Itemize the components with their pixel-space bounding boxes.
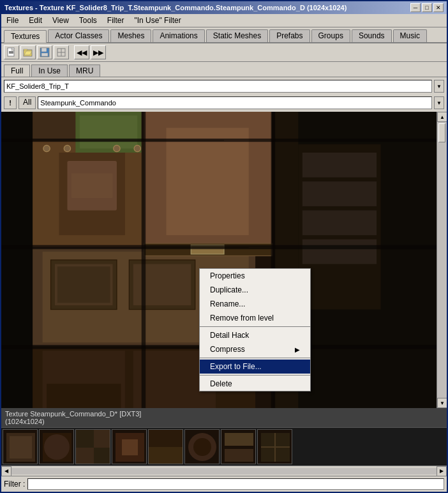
tab-textures[interactable]: Textures	[4, 30, 47, 43]
ctx-properties[interactable]: Properties	[200, 269, 310, 283]
toolbar-next-btn[interactable]: ▶▶	[91, 45, 106, 59]
package-filter-dropdown[interactable]: ▼	[434, 80, 444, 93]
ctx-compress-label: Compress	[210, 345, 245, 354]
svg-rect-75	[122, 439, 138, 455]
ctx-separator-1	[200, 326, 310, 327]
minimize-button[interactable]: ─	[410, 3, 421, 12]
filter-input[interactable]	[27, 478, 444, 490]
svg-point-58	[43, 145, 50, 151]
thumbnail-1[interactable]	[3, 429, 38, 464]
main-window: Textures - Texture KF_Solider8_Trip_T.St…	[0, 0, 448, 493]
svg-rect-44	[302, 153, 377, 178]
thumbnail-3[interactable]	[75, 429, 110, 464]
filter-bar: Filter :	[1, 476, 447, 492]
texture-info: Texture Steampunk_Commando_D* [DXT3] (10…	[1, 408, 447, 427]
content-area: ▲ ▼ Properties Duplicate... Rename...	[1, 112, 447, 492]
svg-rect-45	[302, 181, 377, 206]
toolbar-btn4[interactable]	[54, 45, 69, 59]
svg-rect-64	[10, 436, 32, 459]
scrollbar-h-track[interactable]	[11, 468, 437, 474]
ctx-remove[interactable]: Remove from level	[200, 311, 310, 325]
menu-inuse-filter[interactable]: "In Use" Filter	[132, 15, 184, 26]
toolbar-new-btn[interactable]	[4, 45, 19, 59]
ctx-duplicate[interactable]: Duplicate...	[200, 283, 310, 297]
ctx-separator-3	[200, 375, 310, 375]
restore-button[interactable]: □	[422, 3, 432, 12]
menu-file[interactable]: File	[4, 15, 21, 26]
thumbnail-4[interactable]	[112, 429, 147, 464]
scroll-left-btn[interactable]: ◀	[1, 466, 11, 476]
filter-label: Filter :	[4, 480, 25, 489]
tab-actor-classes[interactable]: Actor Classes	[48, 29, 109, 42]
svg-point-60	[114, 145, 120, 151]
ctx-properties-label: Properties	[210, 271, 245, 280]
menu-tools[interactable]: Tools	[77, 15, 100, 26]
toolbar-prev-btn[interactable]: ◀◀	[74, 45, 89, 59]
group-filter-dropdown[interactable]: ▼	[434, 96, 444, 109]
thumbnail-2[interactable]	[39, 429, 74, 464]
horizontal-scrollbar[interactable]: ◀ ▶	[1, 466, 447, 476]
main-tabs: Textures Actor Classes Meshes Animations…	[1, 27, 447, 43]
scroll-down-btn[interactable]: ▼	[437, 398, 447, 408]
vertical-scrollbar[interactable]: ▲ ▼	[437, 112, 447, 408]
svg-rect-71	[76, 448, 94, 464]
subtab-full[interactable]: Full	[4, 64, 30, 77]
svg-point-67	[44, 434, 70, 460]
svg-rect-30	[47, 384, 121, 408]
context-menu: Properties Duplicate... Rename... Remove…	[199, 268, 311, 391]
tab-animations[interactable]: Animations	[153, 29, 204, 42]
package-filter-input[interactable]	[4, 80, 432, 93]
toolbar: ◀◀ ▶▶	[1, 43, 447, 62]
all-button[interactable]: All	[19, 96, 36, 109]
title-bar-buttons: ─ □ ✕	[410, 3, 444, 12]
texture-info-line2: (1024x1024)	[5, 418, 443, 425]
ctx-rename[interactable]: Rename...	[200, 297, 310, 311]
tab-meshes[interactable]: Meshes	[110, 29, 151, 42]
ctx-export-label: Export to File...	[210, 362, 262, 371]
menu-view[interactable]: View	[50, 15, 71, 26]
thumbnail-7[interactable]	[221, 429, 256, 464]
toolbar-open-btn[interactable]	[20, 45, 36, 59]
filter-row-1: ▼	[1, 79, 447, 94]
svg-rect-49	[80, 116, 137, 149]
svg-rect-19	[71, 173, 113, 198]
svg-point-61	[134, 145, 140, 151]
ctx-export[interactable]: Export to File...	[200, 360, 310, 374]
subtab-inuse[interactable]: In Use	[31, 64, 68, 77]
svg-point-59	[64, 145, 70, 151]
ctx-compress[interactable]: Compress ▶	[200, 342, 310, 356]
svg-rect-70	[94, 430, 110, 448]
scroll-up-btn[interactable]: ▲	[437, 112, 447, 122]
ctx-delete[interactable]: Delete	[200, 377, 310, 391]
svg-point-81	[193, 438, 211, 456]
close-button[interactable]: ✕	[433, 3, 444, 12]
menu-filter[interactable]: Filter	[105, 15, 127, 26]
subtab-mru[interactable]: MRU	[69, 64, 100, 77]
exclaim-button[interactable]: !	[4, 96, 17, 109]
ctx-detail-hack[interactable]: Detail Hack	[200, 328, 310, 342]
tab-prefabs[interactable]: Prefabs	[269, 29, 310, 42]
texture-viewport[interactable]: ▲ ▼ Properties Duplicate... Rename...	[1, 112, 447, 408]
toolbar-save-btn[interactable]	[37, 45, 52, 59]
ctx-separator-2	[200, 358, 310, 358]
scroll-right-btn[interactable]: ▶	[437, 466, 447, 476]
thumbnail-8[interactable]	[257, 429, 292, 464]
group-filter-input[interactable]	[38, 96, 432, 109]
scrollbar-track[interactable]	[437, 122, 447, 398]
ctx-compress-arrow: ▶	[295, 346, 300, 353]
title-bar: Textures - Texture KF_Solider8_Trip_T.St…	[1, 1, 447, 14]
thumbnail-6[interactable]	[184, 429, 220, 464]
svg-rect-47	[302, 239, 377, 264]
tab-music[interactable]: Music	[393, 29, 427, 42]
scrollbar-thumb[interactable]	[438, 123, 445, 142]
tab-static-meshes[interactable]: Static Meshes	[206, 29, 268, 42]
window-title: Textures - Texture KF_Solider8_Trip_T.St…	[4, 4, 347, 11]
tab-groups[interactable]: Groups	[311, 29, 350, 42]
menu-edit[interactable]: Edit	[26, 15, 45, 26]
thumbnail-5[interactable]	[148, 429, 183, 464]
tab-sounds[interactable]: Sounds	[352, 29, 392, 42]
svg-rect-5	[24, 49, 27, 50]
svg-rect-56	[142, 112, 146, 408]
svg-rect-38	[167, 128, 249, 235]
svg-rect-53	[1, 139, 447, 142]
